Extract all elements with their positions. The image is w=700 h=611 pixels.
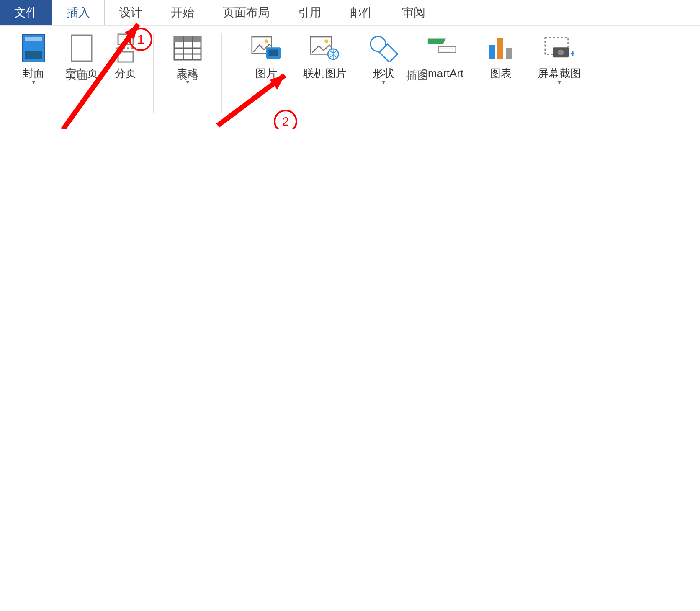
svg-rect-28 — [506, 48, 512, 59]
screenshot-icon: + — [544, 33, 574, 63]
ribbon-tabs: 文件 插入 设计 开始 页面布局 引用 邮件 审阅 — [0, 0, 700, 26]
ribbon: 封面 ▾ 空白页 分页 页面 — [0, 26, 700, 129]
svg-rect-1 — [25, 37, 42, 41]
tab-design[interactable]: 设计 — [105, 0, 157, 25]
svg-rect-27 — [497, 38, 503, 59]
tab-insert[interactable]: 插入 — [52, 0, 105, 25]
group-tables: 表格 ▾ 表格 — [156, 33, 219, 85]
svg-point-18 — [324, 39, 328, 43]
chart-icon — [486, 33, 516, 63]
smartart-icon — [427, 33, 457, 63]
annotation-circle-1a: 1 — [129, 28, 152, 51]
svg-marker-22 — [428, 39, 446, 44]
svg-point-14 — [265, 39, 268, 43]
svg-rect-21 — [379, 44, 398, 62]
table-icon — [172, 33, 203, 63]
svg-rect-23 — [438, 46, 456, 52]
group-tables-title: 表格 — [156, 68, 219, 83]
svg-rect-5 — [118, 52, 133, 62]
group-illustrations-title: 插图 — [224, 68, 610, 83]
svg-rect-16 — [268, 50, 278, 56]
group-illustrations: 图片 联机图片 形状 ▾ — [224, 33, 610, 85]
cover-page-icon — [18, 33, 49, 63]
tab-mailings[interactable]: 邮件 — [336, 0, 388, 25]
svg-text:+: + — [570, 49, 574, 59]
group-pages-title: 页面 — [4, 68, 151, 83]
blank-page-icon — [67, 33, 97, 63]
shapes-icon — [368, 33, 399, 63]
annotation-circle-2a: 2 — [274, 110, 297, 129]
svg-rect-3 — [72, 35, 92, 61]
group-separator — [221, 33, 222, 113]
svg-rect-26 — [489, 45, 495, 59]
online-picture-icon — [310, 33, 340, 63]
tab-references[interactable]: 引用 — [284, 0, 336, 25]
svg-point-31 — [558, 49, 564, 55]
svg-rect-2 — [25, 51, 42, 59]
tab-home[interactable]: 开始 — [157, 0, 208, 25]
group-separator — [153, 33, 154, 113]
tab-review[interactable]: 审阅 — [388, 0, 440, 25]
tab-layout[interactable]: 页面布局 — [208, 0, 284, 25]
picture-icon — [251, 33, 281, 63]
tab-file[interactable]: 文件 — [0, 0, 52, 25]
svg-rect-8 — [174, 36, 201, 42]
